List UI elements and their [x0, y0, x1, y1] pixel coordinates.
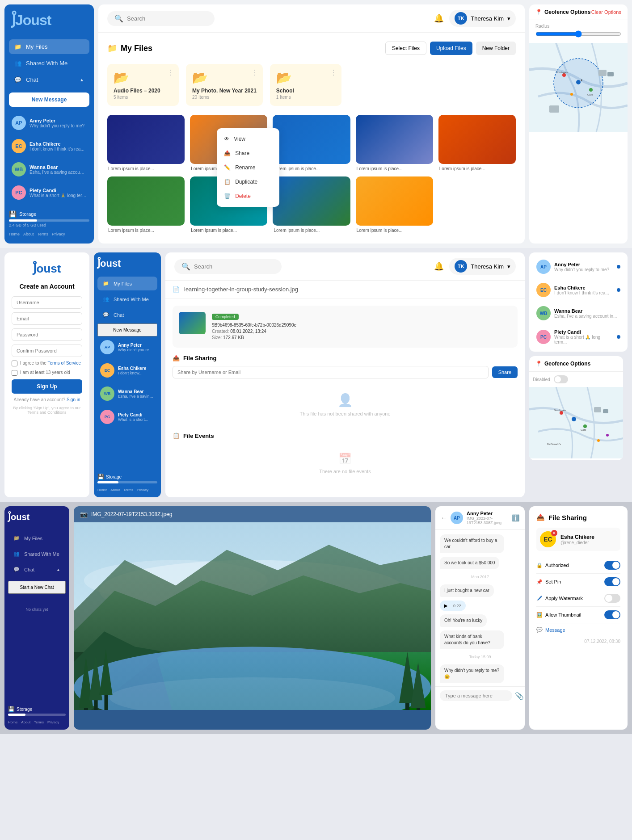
- svg-point-2: [576, 80, 581, 84]
- image-card-5[interactable]: Lorem ipsum is place...: [107, 176, 185, 233]
- age-checkbox[interactable]: [12, 370, 17, 376]
- geofence-icon: 📍: [535, 9, 542, 15]
- new-chat-button[interactable]: Start a New Chat: [8, 581, 66, 594]
- chat-contact-name: Anny Peter: [467, 511, 512, 516]
- fsp-delete-button[interactable]: ×: [551, 530, 557, 536]
- mid-footer-privacy[interactable]: Privacy: [137, 488, 148, 492]
- terms-checkbox[interactable]: [12, 361, 17, 366]
- folder-menu-school[interactable]: ⋮: [330, 68, 337, 77]
- chat-side-item-wb[interactable]: WB Wanna Bear Esha, I've a saving accoun…: [534, 303, 623, 323]
- chat-side-item-ap[interactable]: AP Anny Peter Why didn't you reply to me…: [534, 257, 623, 277]
- svg-point-20: [597, 439, 600, 442]
- authorized-toggle[interactable]: [604, 561, 620, 570]
- user-pill-mid[interactable]: TK Theresa Kim ▾: [449, 258, 516, 275]
- audio-message[interactable]: ▶ 0:22: [440, 601, 466, 611]
- new-folder-button[interactable]: New Folder: [476, 42, 516, 55]
- dark-footer-home[interactable]: Home: [8, 720, 17, 724]
- context-share[interactable]: 📤 Share: [217, 146, 279, 160]
- chat-input[interactable]: [440, 690, 512, 701]
- footer-link-privacy[interactable]: Privacy: [52, 232, 65, 236]
- sidebar-item-shared[interactable]: 👥 Shared With Me: [9, 56, 89, 71]
- notification-icon[interactable]: 🔔: [434, 13, 444, 23]
- sidebar-mid-chat[interactable]: 💬 Chat: [97, 308, 157, 322]
- search-input-mid[interactable]: [194, 263, 274, 270]
- preview-back-button[interactable]: 📷: [80, 511, 88, 518]
- chat-info-button[interactable]: ℹ️: [512, 514, 519, 521]
- fsp-message-link[interactable]: 💬 Message: [536, 623, 620, 633]
- mid-footer-home[interactable]: Home: [97, 488, 107, 492]
- image-card-3[interactable]: Lorem ipsum is place...: [356, 115, 433, 171]
- chat-item-mid-ec[interactable]: EC Esha Chikere I don't know...: [97, 360, 157, 381]
- context-delete[interactable]: 🗑️ Delete: [217, 189, 279, 203]
- signup-button[interactable]: Sign Up: [12, 379, 82, 394]
- dark-nav-chat[interactable]: 💬 Chat ▲: [8, 563, 66, 576]
- search-box[interactable]: 🔍: [107, 11, 215, 26]
- footer-link-about[interactable]: About: [23, 232, 34, 236]
- image-label-7: Lorem ipsum is place...: [273, 228, 350, 233]
- folder-icon: 📁: [107, 43, 117, 53]
- chat-item-mid-ap[interactable]: AP Anny Peter Why didn't you reply...: [97, 336, 157, 358]
- attachment-icon[interactable]: 📎: [515, 692, 524, 700]
- folder-menu-photo[interactable]: ⋮: [251, 68, 258, 77]
- share-button[interactable]: Share: [492, 366, 518, 378]
- user-pill[interactable]: TK Theresa Kim ▾: [449, 10, 516, 27]
- sidebar-mid-shared[interactable]: 👥 Shared With Me: [97, 292, 157, 306]
- sidebar-mid-myfiles[interactable]: 📁 My Files: [97, 277, 157, 290]
- context-rename[interactable]: ✏️ Rename: [217, 160, 279, 175]
- mid-footer-about[interactable]: About: [110, 488, 120, 492]
- radius-slider[interactable]: [535, 30, 621, 38]
- chat-back-button[interactable]: ←: [441, 514, 447, 521]
- context-view[interactable]: 👁 View: [217, 132, 279, 146]
- dark-footer-about[interactable]: About: [21, 720, 30, 724]
- upload-files-button[interactable]: Upload Files: [430, 42, 472, 55]
- chat-side-item-ec[interactable]: EC Esha Chikere I don't know I think it'…: [534, 280, 623, 300]
- signin-link[interactable]: Sign in: [67, 397, 80, 402]
- play-icon[interactable]: ▶: [444, 603, 448, 608]
- chat-item-annypeter[interactable]: AP Anny Peter Why didn't you reply to me…: [9, 112, 89, 134]
- confirm-password-input[interactable]: [12, 344, 82, 357]
- notification-icon-mid[interactable]: 🔔: [434, 261, 444, 271]
- watermark-toggle[interactable]: [604, 594, 620, 603]
- map-clear-button[interactable]: Clear Options: [591, 9, 621, 15]
- chat-item-mid-wb[interactable]: WB Wanna Bear Esha, I've a saving...: [97, 383, 157, 404]
- sidebar-item-chat[interactable]: 💬 Chat ▲: [9, 72, 89, 87]
- search-box-mid[interactable]: 🔍: [174, 259, 282, 274]
- chat-item-eshachikere[interactable]: EC Esha Chikere I don't know I think it'…: [9, 135, 89, 157]
- chat-item-wannabear[interactable]: WB Wanna Bear Esha, I've a saving accoun…: [9, 159, 89, 180]
- chat-item-pietycandi[interactable]: PC Piety Candi What is a short 🙏 long te…: [9, 182, 89, 203]
- email-input[interactable]: [12, 312, 82, 325]
- dark-nav-shared[interactable]: 👥 Shared With Me: [8, 547, 66, 561]
- folder-menu-audio[interactable]: ⋮: [167, 68, 174, 77]
- share-email-input[interactable]: [173, 366, 489, 378]
- new-message-button[interactable]: New Message: [9, 92, 89, 107]
- image-card-0[interactable]: Lorem ipsum is place...: [107, 115, 185, 171]
- dark-nav-myfiles[interactable]: 📁 My Files: [8, 531, 66, 545]
- username-input[interactable]: [12, 296, 82, 309]
- password-input[interactable]: [12, 328, 82, 341]
- dark-footer-terms[interactable]: Terms: [34, 720, 44, 724]
- folder-card-audio[interactable]: 📂 Audio Files – 2020 5 items ⋮: [107, 64, 179, 106]
- duplicate-label: Duplicate: [235, 179, 257, 185]
- sidebar-item-myfiles[interactable]: 📁 My Files: [9, 39, 89, 54]
- mid-footer-terms[interactable]: Terms: [123, 488, 133, 492]
- new-message-mid-button[interactable]: New Message: [97, 323, 157, 336]
- footer-link-home[interactable]: Home: [9, 232, 20, 236]
- image-card-2[interactable]: Lorem ipsum is place...: [273, 115, 350, 171]
- image-card-8[interactable]: Lorem ipsum is place...: [356, 176, 433, 233]
- footer-link-terms[interactable]: Terms: [38, 232, 49, 236]
- geo-toggle[interactable]: [554, 375, 568, 383]
- pin-toggle[interactable]: [604, 577, 620, 586]
- select-files-button[interactable]: Select Files: [385, 42, 426, 55]
- folder-card-school[interactable]: 📂 School 1 Items ⋮: [270, 64, 341, 106]
- dark-footer-privacy[interactable]: Privacy: [47, 720, 59, 724]
- thumbnail-toggle[interactable]: [604, 610, 620, 619]
- context-duplicate[interactable]: 📋 Duplicate: [217, 175, 279, 189]
- folder-card-photo[interactable]: 📂 My Photo. New Year 2021 20 Items ⋮: [186, 64, 263, 106]
- image-card-1[interactable]: Lorem ipsum is place... 👁 View 📤 Share: [190, 115, 267, 171]
- chat-side-item-pc[interactable]: PC Piety Candi What is a short 🙏 long te…: [534, 327, 623, 347]
- chat-item-mid-pc[interactable]: PC Piety Candi What is a short...: [97, 406, 157, 428]
- terms-link[interactable]: Terms of Service: [48, 361, 81, 365]
- image-card-7[interactable]: Lorem ipsum is place...: [273, 176, 350, 233]
- search-input[interactable]: [127, 15, 207, 22]
- image-card-4[interactable]: Lorem ipsum is place...: [438, 115, 516, 171]
